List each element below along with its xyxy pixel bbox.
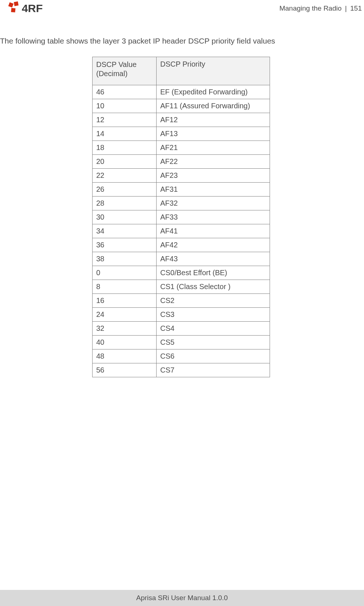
header-separator: |: [345, 4, 347, 12]
page-footer: Aprisa SRi User Manual 1.0.0: [0, 590, 364, 606]
cell-value: 30: [93, 210, 157, 224]
cell-priority: AF12: [157, 113, 270, 127]
cell-priority: CS3: [157, 308, 270, 322]
header-breadcrumb: Managing the Radio | 151: [279, 4, 362, 12]
cell-priority: AF43: [157, 252, 270, 266]
cell-priority: AF21: [157, 141, 270, 155]
table-row: 38AF43: [93, 252, 270, 266]
cell-priority: CS5: [157, 336, 270, 349]
cell-priority: CS1 (Class Selector ): [157, 280, 270, 294]
cell-value: 14: [93, 127, 157, 141]
cell-value: 38: [93, 252, 157, 266]
cell-priority: AF11 (Assured Forwarding): [157, 99, 270, 113]
table-row: 16CS2: [93, 294, 270, 308]
table-row: 12AF12: [93, 113, 270, 127]
cell-value: 56: [93, 363, 157, 377]
table-row: 30AF33: [93, 210, 270, 224]
table-row: 28AF32: [93, 197, 270, 210]
header-section: Managing the Radio: [279, 4, 342, 12]
cell-priority: AF31: [157, 183, 270, 197]
cell-value: 8: [93, 280, 157, 294]
cell-priority: AF41: [157, 224, 270, 238]
cell-value: 46: [93, 85, 157, 99]
cell-priority: CS6: [157, 349, 270, 363]
cell-priority: AF33: [157, 210, 270, 224]
table-row: 18AF21: [93, 141, 270, 155]
table-row: 8CS1 (Class Selector ): [93, 280, 270, 294]
cell-value: 24: [93, 308, 157, 322]
table-row: 26AF31: [93, 183, 270, 197]
table-row: 36AF42: [93, 238, 270, 252]
cell-priority: AF22: [157, 155, 270, 169]
cell-value: 48: [93, 349, 157, 363]
table-header-value: DSCP Value (Decimal): [93, 57, 157, 85]
table-body: 46EF (Expedited Forwarding) 10AF11 (Assu…: [93, 85, 270, 377]
cell-value: 40: [93, 336, 157, 349]
table-row: 0CS0/Best Effort (BE): [93, 266, 270, 280]
cell-value: 18: [93, 141, 157, 155]
table-row: 10AF11 (Assured Forwarding): [93, 99, 270, 113]
cell-value: 26: [93, 183, 157, 197]
page: 4RF Managing the Radio | 151 The followi…: [0, 0, 364, 606]
intro-text: The following table shows the layer 3 pa…: [0, 37, 275, 45]
page-header: 4RF Managing the Radio | 151: [0, 0, 364, 20]
table-row: 40CS5: [93, 336, 270, 349]
cell-priority: CS0/Best Effort (BE): [157, 266, 270, 280]
company-logo: 4RF: [7, 0, 61, 17]
cell-priority: CS4: [157, 322, 270, 336]
cell-priority: AF13: [157, 127, 270, 141]
table-header-priority: DSCP Priority: [157, 57, 270, 85]
table-row: 24CS3: [93, 308, 270, 322]
cell-priority: AF32: [157, 197, 270, 210]
table-row: 56CS7: [93, 363, 270, 377]
cell-value: 22: [93, 169, 157, 183]
dscp-table: DSCP Value (Decimal) DSCP Priority 46EF …: [92, 57, 270, 377]
table-row: 20AF22: [93, 155, 270, 169]
cell-value: 36: [93, 238, 157, 252]
cell-value: 16: [93, 294, 157, 308]
table-row: 48CS6: [93, 349, 270, 363]
table-row: 32CS4: [93, 322, 270, 336]
cell-value: 12: [93, 113, 157, 127]
cell-value: 32: [93, 322, 157, 336]
header-page-number: 151: [350, 4, 362, 12]
cell-value: 0: [93, 266, 157, 280]
cell-priority: EF (Expedited Forwarding): [157, 85, 270, 99]
svg-rect-2: [11, 8, 15, 12]
table-row: 22AF23: [93, 169, 270, 183]
svg-rect-0: [8, 2, 14, 7]
cell-value: 10: [93, 99, 157, 113]
cell-priority: AF23: [157, 169, 270, 183]
cell-value: 28: [93, 197, 157, 210]
logo-text: 4RF: [22, 2, 42, 14]
table-header-row: DSCP Value (Decimal) DSCP Priority: [93, 57, 270, 85]
cell-value: 20: [93, 155, 157, 169]
cell-priority: CS2: [157, 294, 270, 308]
svg-rect-1: [14, 1, 19, 6]
cell-value: 34: [93, 224, 157, 238]
table-row: 46EF (Expedited Forwarding): [93, 85, 270, 99]
table-row: 34AF41: [93, 224, 270, 238]
cell-priority: CS7: [157, 363, 270, 377]
cell-priority: AF42: [157, 238, 270, 252]
table-row: 14AF13: [93, 127, 270, 141]
